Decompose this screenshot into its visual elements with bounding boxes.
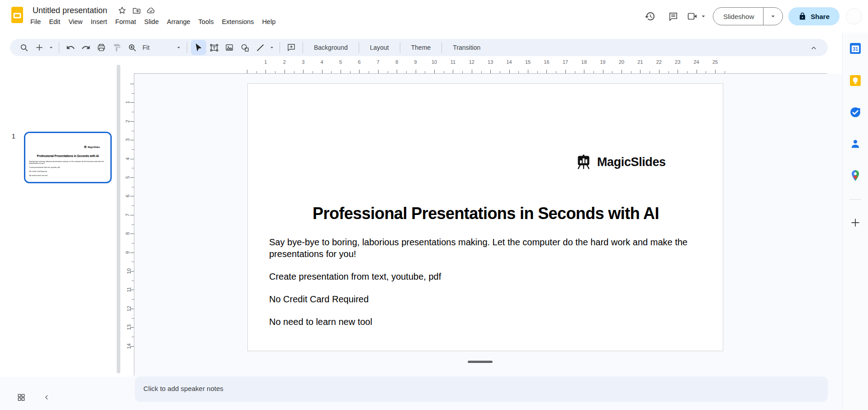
- menu-edit[interactable]: Edit: [45, 16, 64, 27]
- star-icon[interactable]: [116, 5, 128, 16]
- svg-text:31: 31: [853, 46, 858, 52]
- calendar-icon[interactable]: 31: [848, 41, 863, 56]
- insert-image-tool[interactable]: [222, 40, 237, 55]
- slide-paragraph: Say bye-bye to boring, laborious present…: [269, 236, 694, 260]
- share-label: Share: [811, 13, 830, 20]
- document-title[interactable]: Untitled presentation: [30, 5, 110, 16]
- filmstrip-scrollbar[interactable]: [117, 65, 120, 373]
- insert-comment-button[interactable]: [284, 40, 299, 55]
- menu-file[interactable]: File: [26, 16, 45, 27]
- speaker-notes-placeholder: Click to add speaker notes: [135, 377, 828, 392]
- menu-arrange[interactable]: Arrange: [163, 16, 194, 27]
- sidebar-divider: [849, 199, 861, 200]
- magicslides-logo-text: MagicSlides: [597, 155, 666, 169]
- slide-paragraph: No need to learn new tool: [269, 316, 694, 328]
- select-tool[interactable]: [191, 40, 206, 55]
- search-menus-icon[interactable]: [16, 40, 32, 55]
- slide-thumbnail[interactable]: MagicSlides Professional Presentations i…: [24, 132, 112, 183]
- layout-button[interactable]: Layout: [363, 41, 396, 54]
- transition-button[interactable]: Transition: [446, 41, 488, 54]
- slide-paragraph: Create presentation from text, youtube, …: [269, 271, 694, 282]
- maps-icon[interactable]: [848, 168, 863, 183]
- slide-body[interactable]: Say bye-bye to boring, laborious present…: [269, 236, 694, 338]
- meet-camera-icon: [687, 11, 698, 21]
- share-button[interactable]: Share: [788, 7, 840, 25]
- cloud-status-icon[interactable]: [145, 5, 157, 16]
- menu-bar: File Edit View Insert Format Slide Arran…: [26, 16, 280, 27]
- current-slide[interactable]: MagicSlides Professional Presentations i…: [247, 83, 723, 351]
- menu-insert[interactable]: Insert: [87, 16, 111, 27]
- camera-dropdown-arrow: [700, 13, 707, 19]
- app-header: Untitled presentation File Edit View Ins…: [0, 0, 868, 33]
- bottom-bar: Click to add speaker notes: [0, 377, 868, 410]
- move-folder-icon[interactable]: [131, 5, 142, 16]
- collapse-filmstrip-icon[interactable]: [41, 391, 52, 403]
- slide-canvas: MagicSlides Professional Presentations i…: [134, 74, 842, 377]
- horizontal-ruler: 1234567891011121314151617181920212223242…: [0, 58, 868, 74]
- menu-help[interactable]: Help: [258, 16, 280, 27]
- notes-resize-handle[interactable]: [468, 361, 493, 363]
- slideshow-dropdown-arrow[interactable]: [764, 8, 783, 25]
- filmstrip: 1 MagicSlides Professional Presentations…: [0, 58, 117, 377]
- slide-number: 1: [12, 133, 15, 140]
- insert-line-tool[interactable]: [252, 40, 268, 55]
- line-dropdown-arrow[interactable]: [268, 45, 276, 50]
- print-button[interactable]: [94, 40, 109, 55]
- magicslides-logo: MagicSlides: [576, 154, 666, 170]
- zoom-value: Fit: [142, 44, 150, 51]
- comments-icon[interactable]: [664, 6, 683, 26]
- slideshow-button[interactable]: Slideshow: [713, 7, 783, 25]
- collapse-toolbar-icon[interactable]: [808, 42, 820, 54]
- slide-paragraph: No need to learn new tool: [29, 175, 105, 177]
- slide-paragraph: No Credit Card Required: [29, 171, 105, 173]
- paint-format-button[interactable]: [109, 40, 124, 55]
- lock-icon: [798, 12, 806, 20]
- menu-slide[interactable]: Slide: [140, 16, 163, 27]
- slide-body: Say bye-bye to boring, laborious present…: [29, 160, 105, 178]
- zoom-icon[interactable]: [124, 40, 140, 55]
- grid-view-icon[interactable]: [14, 390, 29, 405]
- slide-paragraph: No Credit Card Required: [269, 293, 694, 305]
- google-slides-logo-icon[interactable]: [11, 6, 24, 24]
- contacts-icon[interactable]: [848, 136, 863, 152]
- zoom-fit-select[interactable]: Fit: [140, 44, 183, 51]
- zoom-dropdown-arrow: [176, 45, 181, 50]
- magicslides-logo-text: MagicSlides: [88, 146, 100, 148]
- magicslides-logo: MagicSlides: [84, 146, 100, 148]
- new-slide-button[interactable]: [32, 40, 47, 55]
- account-avatar[interactable]: [846, 8, 862, 24]
- redo-button[interactable]: [78, 40, 94, 55]
- keep-icon[interactable]: [848, 73, 863, 88]
- background-button[interactable]: Background: [307, 41, 355, 54]
- vertical-ruler: 1234567891011121314: [126, 74, 134, 377]
- main-toolbar: Fit Background Layout Theme Transition: [10, 39, 828, 56]
- menu-extensions[interactable]: Extensions: [218, 16, 258, 27]
- version-history-icon[interactable]: [640, 6, 660, 26]
- theme-button[interactable]: Theme: [404, 41, 438, 54]
- speaker-notes-input[interactable]: Click to add speaker notes: [135, 377, 828, 402]
- slide-paragraph: Say bye-bye to boring, laborious present…: [29, 160, 105, 164]
- side-panel: 31: [842, 33, 868, 410]
- slide-title: Professional Presentations in Seconds wi…: [25, 155, 110, 158]
- menu-format[interactable]: Format: [111, 16, 140, 27]
- magicslides-logo-icon: [576, 154, 593, 170]
- slide-paragraph: Create presentation from text, youtube, …: [29, 167, 105, 169]
- meet-camera-control[interactable]: [687, 11, 707, 21]
- menu-view[interactable]: View: [64, 16, 86, 27]
- tasks-icon[interactable]: [848, 105, 863, 120]
- get-addons-icon[interactable]: [848, 215, 863, 230]
- undo-button[interactable]: [63, 40, 78, 55]
- menu-tools[interactable]: Tools: [194, 16, 218, 27]
- slide-title[interactable]: Professional Presentations in Seconds wi…: [248, 204, 724, 223]
- insert-shape-tool[interactable]: [237, 40, 252, 55]
- new-slide-dropdown-arrow[interactable]: [47, 45, 55, 50]
- magicslides-logo-icon: [84, 146, 87, 148]
- textbox-tool[interactable]: [206, 40, 222, 55]
- slideshow-label: Slideshow: [713, 8, 764, 25]
